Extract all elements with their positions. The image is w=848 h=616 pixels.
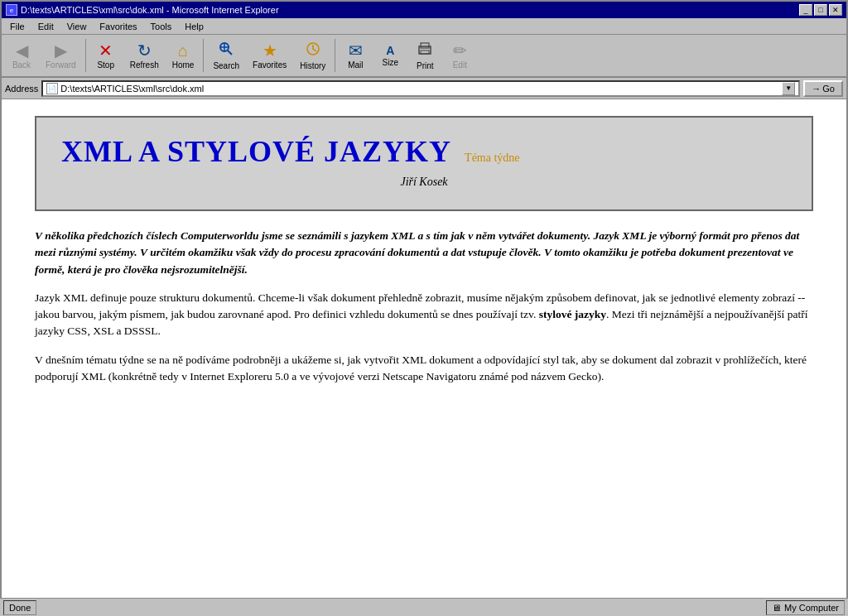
refresh-icon: ↻ <box>137 42 152 59</box>
go-label: Go <box>822 84 835 94</box>
status-bar: Done 🖥 My Computer <box>0 598 848 616</box>
ie-icon: e <box>6 4 17 16</box>
stop-button[interactable]: ✕ Stop <box>89 36 123 75</box>
history-button[interactable]: History <box>294 36 331 75</box>
menu-edit[interactable]: Edit <box>33 21 59 32</box>
edit-button[interactable]: ✏ Edit <box>443 36 476 75</box>
print-icon <box>417 41 433 60</box>
favorites-icon: ★ <box>263 42 277 59</box>
window-title: D:\texts\ARTICLES\xml\src\dok.xml - Micr… <box>21 5 279 15</box>
svg-rect-6 <box>421 43 429 48</box>
edit-icon: ✏ <box>453 42 467 59</box>
header-title: XML A STYLOVÉ JAZYKY <box>61 134 451 169</box>
zone-label: My Computer <box>784 603 839 613</box>
search-button[interactable]: Search <box>207 36 245 75</box>
history-label: History <box>300 61 325 70</box>
menu-view[interactable]: View <box>62 21 92 32</box>
home-button[interactable]: ⌂ Home <box>166 36 200 75</box>
status-left: Done <box>3 600 36 615</box>
status-done: Done <box>3 600 36 615</box>
home-label: Home <box>172 60 195 70</box>
status-text: Done <box>9 603 31 613</box>
mail-button[interactable]: ✉ Mail <box>339 36 372 75</box>
history-icon <box>305 41 321 60</box>
size-button[interactable]: A Size <box>373 36 407 75</box>
size-label: Size <box>383 58 398 67</box>
edit-label: Edit <box>453 60 467 70</box>
minimize-button[interactable]: _ <box>799 4 812 16</box>
refresh-label: Refresh <box>130 60 159 70</box>
refresh-button[interactable]: ↻ Refresh <box>124 36 165 75</box>
print-button[interactable]: Print <box>408 36 441 75</box>
zone-icon: 🖥 <box>772 603 781 613</box>
menu-file[interactable]: File <box>5 21 30 32</box>
back-button[interactable]: ◀ Back <box>5 36 38 75</box>
address-bar: Address 📄 ▼ → Go <box>2 78 846 99</box>
menu-favorites[interactable]: Favorites <box>94 21 142 32</box>
address-input[interactable] <box>60 84 779 94</box>
toolbar: ◀ Back ▶ Forward ✕ Stop ↻ Refresh ⌂ Home… <box>2 35 846 78</box>
intro-text: V několika předchozích číslech Computerw… <box>35 229 799 276</box>
title-bar: e D:\texts\ARTICLES\xml\src\dok.xml - Mi… <box>2 2 846 18</box>
stop-label: Stop <box>97 60 114 70</box>
title-bar-left: e D:\texts\ARTICLES\xml\src\dok.xml - Mi… <box>6 4 279 16</box>
status-right: 🖥 My Computer <box>766 600 845 615</box>
menu-help[interactable]: Help <box>180 21 209 32</box>
paragraph1-bold: stylové jazyky <box>539 308 606 320</box>
go-button[interactable]: → Go <box>803 80 843 97</box>
title-bar-buttons: _ □ ✕ <box>799 4 842 16</box>
maximize-button[interactable]: □ <box>814 4 827 16</box>
back-icon: ◀ <box>16 42 28 59</box>
header-box: XML A STYLOVÉ JAZYKY Téma týdne Jiří Kos… <box>35 116 813 211</box>
address-dropdown[interactable]: ▼ <box>782 82 795 95</box>
back-label: Back <box>12 60 31 70</box>
address-label: Address <box>5 84 38 94</box>
menu-tools[interactable]: Tools <box>146 21 177 32</box>
address-input-container: 📄 ▼ <box>41 80 800 97</box>
size-icon: A <box>386 45 394 56</box>
body-paragraph-2: V dnešním tématu týdne se na ně podíváme… <box>35 352 813 386</box>
mail-icon: ✉ <box>349 42 363 59</box>
menu-bar: File Edit View Favorites Tools Help <box>2 18 846 35</box>
search-label: Search <box>213 61 239 70</box>
toolbar-sep-3 <box>335 39 335 72</box>
print-label: Print <box>417 61 434 70</box>
header-author: Jiří Kosek <box>61 176 787 189</box>
svg-line-1 <box>228 51 232 55</box>
intro-paragraph: V několika předchozích číslech Computerw… <box>35 228 813 278</box>
forward-button[interactable]: ▶ Forward <box>40 36 82 75</box>
body-paragraph-1: Jazyk XML definuje pouze strukturu dokum… <box>35 290 813 340</box>
favorites-label: Favorites <box>253 60 287 70</box>
stop-icon: ✕ <box>99 42 113 59</box>
content-area: XML A STYLOVÉ JAZYKY Téma týdne Jiří Kos… <box>2 99 846 599</box>
page-icon: 📄 <box>46 83 58 94</box>
forward-label: Forward <box>46 60 76 70</box>
go-arrow: → <box>812 84 821 94</box>
favorites-button[interactable]: ★ Favorites <box>247 36 292 75</box>
header-title-row: XML A STYLOVÉ JAZYKY Téma týdne <box>61 134 787 169</box>
search-icon <box>218 41 234 60</box>
header-subtitle: Téma týdne <box>465 152 519 165</box>
forward-icon: ▶ <box>55 42 67 59</box>
toolbar-sep-2 <box>203 39 204 72</box>
mail-label: Mail <box>348 60 363 70</box>
home-icon: ⌂ <box>178 42 188 59</box>
paragraph2-text: V dnešním tématu týdne se na ně podíváme… <box>35 354 807 383</box>
toolbar-sep-1 <box>85 39 86 72</box>
close-button[interactable]: ✕ <box>829 4 842 16</box>
